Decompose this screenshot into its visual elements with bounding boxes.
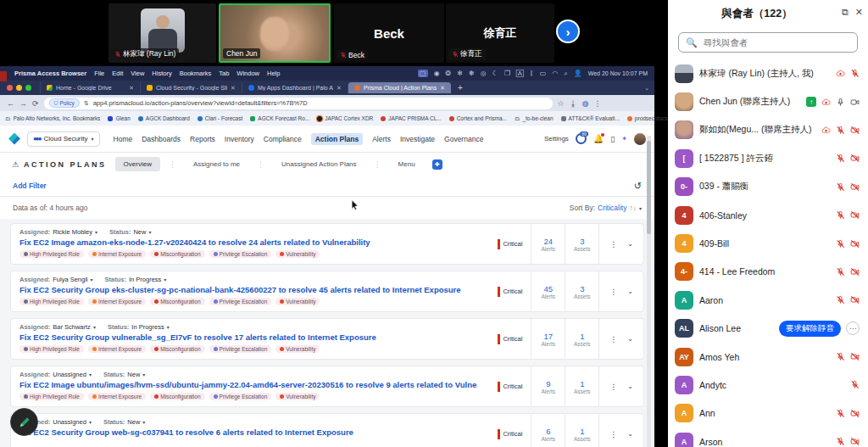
tab-google-drive[interactable]: Home - Google Drive ✕ [40,82,140,93]
camera-off-icon[interactable] [850,295,860,305]
url-field[interactable]: ⛉Policy ⇅ app4.prismacloud.io/action-pla… [44,98,553,109]
action-plan-card[interactable]: Assigned:Unassigned▾ Status:New▾ Fix EC2… [10,413,644,447]
wifi-icon[interactable]: ◠ [552,70,558,77]
camera-off-icon[interactable] [850,409,860,418]
bookmark-item[interactable]: Clari - Forecast [198,115,242,121]
bookmark-item[interactable]: Cortex and Prisma... [449,115,507,121]
action-plan-title-link[interactable]: Fix EC2 Security Group vulnerable_sg_EI7… [19,332,477,342]
mic-muted-icon[interactable] [836,295,845,305]
participant-row-hovered[interactable]: AL Alison Lee 要求解除靜音 ⋯ [668,315,868,343]
chevron-down-icon[interactable]: ▾ [148,229,151,235]
bookmark-star-icon[interactable]: ☆ [558,99,565,108]
status-value[interactable]: In Progress [131,323,164,331]
nav-investigate[interactable]: Investigate [400,135,435,143]
alerts-stat[interactable]: 6Alerts [531,414,565,447]
camera-off-icon[interactable] [850,267,860,277]
bookmark-item[interactable]: Glean [108,115,130,121]
action-plan-title-link[interactable]: Fix EC2 Image ubuntu/images/hvm-ssd/ubun… [19,380,477,389]
participant-row[interactable]: 4 409-Bill [668,229,868,257]
sort-direction-icon[interactable]: ↑↓ [629,204,637,212]
camera-off-icon[interactable] [850,154,860,163]
tab-menu-dots[interactable]: ⋮ [374,160,381,169]
notifications-bell-icon[interactable]: 🔔 [593,134,604,143]
zoom-window-button[interactable] [25,85,31,91]
assets-stat[interactable]: 3Assets [565,224,598,264]
window-controls[interactable] [7,85,31,91]
site-settings-icon[interactable]: ⇅ [84,100,89,107]
status-app-icon[interactable]: ❂ [446,70,452,77]
camera-off-icon[interactable] [850,126,860,135]
tab-menu[interactable]: Menu [390,157,424,171]
status-value[interactable]: New [127,371,140,378]
action-plan-title-link[interactable]: Fix EC2 Image amazon-eks-node-1.27-v2024… [19,237,477,247]
bookmark-item[interactable]: ATT&CK® Evaluati... [561,115,620,121]
participant-search[interactable]: 🔍 [678,32,858,53]
alerts-stat[interactable]: 24Alerts [531,224,565,264]
status-app-icon[interactable]: ✻ [457,70,463,77]
policy-chip[interactable]: ⛉Policy [49,98,80,108]
bookmark-item[interactable]: JAPAC PRISMA CL... [381,115,441,121]
camera-off-icon[interactable] [850,437,860,446]
chevron-down-icon[interactable]: ▾ [93,324,96,330]
filmstrip-next-button[interactable]: › [556,20,580,43]
tab-unassigned[interactable]: Unassigned Action Plans [273,157,365,171]
downloads-icon[interactable]: ⭳ [570,99,577,108]
annotation-pencil-button[interactable] [10,408,38,436]
tab-overview[interactable]: Overview [115,157,160,171]
tab-prisma-cloud-active[interactable]: Prisma Cloud | Action Plans ✕ [348,82,451,93]
module-selector[interactable]: ●●● Cloud Security ▾ [27,131,100,147]
chevron-down-icon[interactable]: ▾ [639,205,642,211]
app-name[interactable]: Prisma Access Browser [14,70,86,77]
chevron-down-icon[interactable]: ▾ [91,277,93,282]
reset-filters-icon[interactable]: ↺ [634,181,642,192]
action-plan-card[interactable]: Assigned:Rickie Mobley▾ Status:New▾ Fix … [10,223,644,265]
chevron-down-icon[interactable]: ▾ [89,419,92,425]
chevron-down-icon[interactable]: ▾ [142,419,145,425]
alerts-stat[interactable]: 17Alerts [531,319,565,359]
participant-row[interactable]: A Aaron [668,286,868,314]
card-more-menu-icon[interactable]: ⋮ [598,366,627,406]
camera-off-icon[interactable] [850,210,860,220]
card-expand-chevron-icon[interactable]: ⌄ [627,430,637,438]
participant-row[interactable]: 4 406-Stanley [668,201,868,229]
reload-icon[interactable]: ⟳ [32,99,39,108]
card-more-menu-icon[interactable]: ⋮ [598,319,627,359]
bookmark-item[interactable]: AGCK Forecast Ro... [250,115,309,121]
menu-bookmarks[interactable]: Bookmarks [180,70,212,77]
participant-row[interactable]: A Andytc [668,371,868,399]
input-source-icon[interactable]: 🄰 [516,70,524,78]
browser-menu-icon[interactable]: ⋮ [593,99,601,108]
back-icon[interactable]: ← [7,99,14,108]
participant-row[interactable]: 林家瑋 (Ray Lin) (主持人, 我) [668,59,868,87]
page-scrollbar[interactable] [647,136,651,447]
status-value[interactable]: New [133,228,146,236]
mic-muted-icon[interactable] [836,267,845,277]
mic-muted-icon[interactable] [836,352,845,361]
menubar-clock[interactable]: Wed 20 Nov 10:07 PM [588,70,648,76]
tab-my-apps-dashboard[interactable]: My Apps Dashboard | Palo Al ✕ [242,82,348,93]
user-menu-icon[interactable]: 👤 [574,70,582,77]
assigned-value[interactable]: Unassigned [53,418,86,426]
assigned-value[interactable]: Rickie Mobley [53,228,92,236]
assets-stat[interactable]: 3Assets [565,271,598,311]
camera-off-icon[interactable] [850,182,860,192]
action-plan-title-link[interactable]: Fix EC2 Security Group eks-cluster-sg-pc… [19,285,477,294]
mic-muted-icon[interactable] [836,126,845,135]
stage-manager-icon[interactable]: ❐ [504,70,510,77]
nav-reports[interactable]: Reports [190,135,215,143]
alerts-stat[interactable]: 45Alerts [531,271,565,311]
close-panel-icon[interactable]: ✕ [855,7,863,18]
participant-row[interactable]: 鄭如如(Megu... (聯席主持人) [668,116,868,144]
card-more-menu-icon[interactable]: ⋮ [598,224,627,264]
ask-to-unmute-button[interactable]: 要求解除靜音 [779,321,841,337]
minimize-window-button[interactable] [16,85,22,91]
close-tab-icon[interactable]: ✕ [440,85,445,92]
battery-icon[interactable]: ▭ [540,70,547,77]
mic-muted-icon[interactable] [836,239,845,249]
mic-muted-icon[interactable] [850,380,860,389]
participant-row[interactable]: 0- 039 - 蕭賜衡 [668,173,868,201]
card-more-menu-icon[interactable]: ⋮ [598,414,627,447]
tab-cloud-security-slides[interactable]: Cloud Security - Google Sli ✕ [140,82,242,93]
chevron-down-icon[interactable]: ▾ [89,372,92,377]
mic-muted-icon[interactable] [836,154,845,163]
